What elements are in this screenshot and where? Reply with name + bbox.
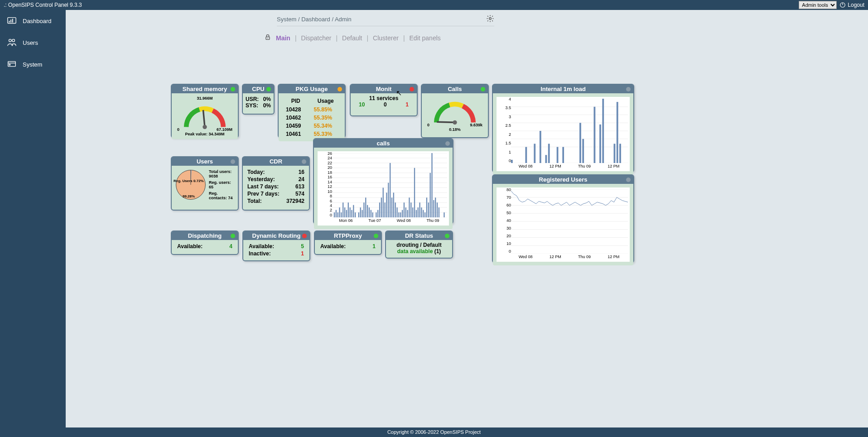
svg-rect-132 xyxy=(418,207,419,217)
svg-rect-110 xyxy=(379,202,380,217)
svg-rect-121 xyxy=(398,212,399,217)
svg-rect-117 xyxy=(391,197,392,217)
table-row: 1046255.35% xyxy=(282,114,341,121)
svg-rect-136 xyxy=(424,212,425,217)
svg-rect-57 xyxy=(599,125,601,163)
svg-rect-91 xyxy=(346,210,347,217)
list-item: Total:372942 xyxy=(246,197,306,205)
svg-rect-62 xyxy=(614,144,616,163)
tab-clusterer[interactable]: Clusterer xyxy=(373,34,399,42)
widget-internal-load[interactable]: Internal 1m load 43.532.521.510Wed 0812 … xyxy=(492,84,634,173)
svg-rect-36 xyxy=(540,131,541,163)
svg-point-10 xyxy=(9,64,10,66)
svg-rect-87 xyxy=(339,207,340,217)
svg-rect-88 xyxy=(341,212,342,217)
widget-calls-chart[interactable]: calls 26242220181614121086420Mon 06Tue 0… xyxy=(313,138,453,224)
svg-rect-85 xyxy=(336,210,337,217)
svg-rect-140 xyxy=(431,153,432,217)
svg-rect-118 xyxy=(393,192,394,217)
tab-edit-panels[interactable]: Edit panels xyxy=(410,34,441,42)
svg-rect-39 xyxy=(548,144,550,163)
svg-rect-109 xyxy=(377,210,378,217)
svg-point-11 xyxy=(489,18,492,20)
svg-rect-92 xyxy=(348,202,349,217)
svg-line-14 xyxy=(203,110,205,127)
status-indicator-green xyxy=(231,234,235,238)
power-icon xyxy=(839,2,846,8)
status-indicator-green xyxy=(266,87,271,91)
svg-rect-4 xyxy=(10,19,11,22)
gauge-top-label: 31.966M xyxy=(174,96,235,101)
admin-tools-select[interactable]: Admin tools xyxy=(799,1,837,9)
svg-rect-123 xyxy=(402,210,403,217)
sidebar-item-dashboard[interactable]: Dashboard xyxy=(0,10,66,32)
svg-rect-5 xyxy=(12,19,13,22)
svg-rect-99 xyxy=(360,207,361,217)
widget-dynamic-routing[interactable]: Dynamic Routing Available:5 Inactive:1 xyxy=(242,231,310,261)
svg-rect-133 xyxy=(419,202,420,217)
svg-rect-127 xyxy=(409,197,410,217)
widget-rtpproxy[interactable]: RTPProxy Available:1 xyxy=(314,231,382,255)
svg-rect-8 xyxy=(8,62,16,67)
svg-rect-63 xyxy=(617,102,618,163)
widget-pkg-usage[interactable]: PKG Usage PIDUsage 1042855.85%1046255.35… xyxy=(278,84,346,138)
status-indicator-gray xyxy=(626,87,631,91)
widget-users[interactable]: Users Total users: 9038 Reg. users: 65 R… xyxy=(171,156,239,211)
settings-button[interactable] xyxy=(486,14,494,24)
sidebar-item-label: Dashboard xyxy=(23,18,52,24)
svg-rect-125 xyxy=(405,207,406,217)
top-bar: .: OpenSIPS Control Panel 9.3.3 Admin to… xyxy=(0,0,868,10)
status-indicator-green xyxy=(481,87,485,91)
widget-dispatching[interactable]: Dispatching Available:4 xyxy=(171,231,239,255)
widget-title: Dispatching xyxy=(188,232,222,239)
svg-rect-129 xyxy=(412,207,413,217)
widget-cdr[interactable]: CDR Today:16Yesterday:24Last 7 days:613P… xyxy=(242,156,310,211)
svg-rect-101 xyxy=(363,202,364,217)
widget-title: Calls xyxy=(448,86,462,92)
svg-rect-42 xyxy=(557,147,559,163)
widget-title: Registered Users xyxy=(539,176,588,183)
svg-rect-135 xyxy=(423,210,424,217)
sidebar: Dashboard Users System xyxy=(0,10,66,427)
svg-rect-90 xyxy=(344,207,345,217)
widget-dr-status[interactable]: DR Status drouting / Default data availa… xyxy=(385,231,453,259)
gauge-peak-label: Peak value: 34.349M xyxy=(174,132,235,136)
widget-title: Monit xyxy=(376,86,392,92)
widget-shared-memory[interactable]: Shared memory 31.966M 067.109M Peak valu… xyxy=(171,84,239,138)
tab-default[interactable]: Default xyxy=(342,34,362,42)
tab-dispatcher[interactable]: Dispatcher xyxy=(301,34,332,42)
widget-title: CPU xyxy=(252,86,264,92)
svg-rect-31 xyxy=(525,147,527,163)
widget-registered-users[interactable]: Registered Users 80706050403020100Wed 08… xyxy=(492,174,634,263)
svg-rect-139 xyxy=(430,173,431,217)
breadcrumb: System / Dashboard / Admin xyxy=(277,16,352,23)
footer: Copyright © 2006-2022 OpenSIPS Project xyxy=(0,427,868,437)
svg-rect-115 xyxy=(388,183,389,217)
sidebar-item-users[interactable]: Users xyxy=(0,32,66,53)
svg-rect-134 xyxy=(421,207,422,217)
tab-main[interactable]: Main xyxy=(276,34,290,42)
lock-icon xyxy=(264,33,271,43)
svg-rect-147 xyxy=(444,212,444,217)
svg-rect-106 xyxy=(372,212,373,217)
svg-point-13 xyxy=(267,38,268,39)
widget-title: Dynamic Routing xyxy=(252,232,301,239)
widget-calls-gauge[interactable]: Calls 09.639k 0.18% xyxy=(421,84,489,138)
list-item: Yesterday:24 xyxy=(246,176,306,183)
main-content: System / Dashboard / Admin Main | Dispat… xyxy=(66,10,868,427)
status-indicator-green xyxy=(231,87,235,91)
svg-rect-95 xyxy=(353,205,354,217)
svg-rect-86 xyxy=(338,212,338,217)
logout-button[interactable]: Logout xyxy=(839,2,864,8)
list-item: Prev 7 days:574 xyxy=(246,190,306,197)
widget-monit[interactable]: Monit 11 services 1001 xyxy=(350,84,418,116)
list-item: Today:16 xyxy=(246,168,306,176)
system-icon xyxy=(6,59,17,70)
svg-rect-102 xyxy=(365,197,366,217)
sidebar-item-system[interactable]: System xyxy=(0,53,66,75)
widget-title: calls xyxy=(377,140,390,147)
widget-title: RTPProxy xyxy=(334,232,362,239)
widget-cpu[interactable]: CPU USR:0% SYS:0% xyxy=(242,84,275,115)
svg-rect-112 xyxy=(383,187,384,217)
svg-rect-114 xyxy=(386,192,387,217)
